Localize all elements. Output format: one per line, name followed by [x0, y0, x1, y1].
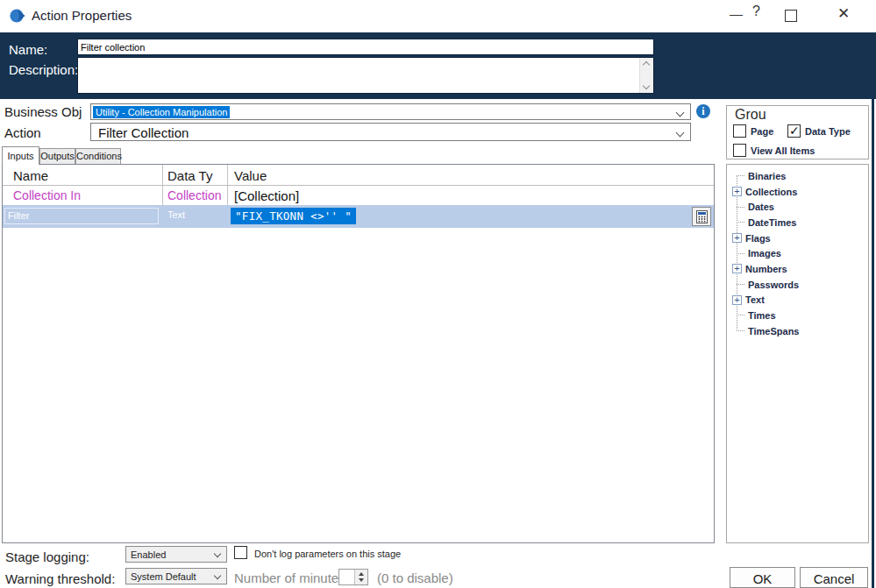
dropdown-chevron-icon[interactable]: [214, 550, 221, 557]
tree-item-label: Images: [748, 248, 781, 259]
dropdown-chevron-icon[interactable]: [676, 109, 685, 117]
group-panel: Grou Page Data Type View All Items: [726, 105, 869, 159]
minutes-spinner[interactable]: [338, 569, 368, 585]
table-row[interactable]: Collection In Collection [Collection]: [3, 186, 714, 205]
tab-outputs[interactable]: Outputs: [39, 148, 75, 165]
stage-logging-dropdown[interactable]: Enabled: [125, 546, 227, 563]
data-item-tree-panel: Binaries Collections Dates DateTimes Fla…: [726, 164, 869, 543]
business-object-dropdown[interactable]: Utility - Collection Manipulation: [90, 103, 691, 120]
disable-hint: (0 to disable): [377, 570, 453, 585]
spin-up-button[interactable]: [359, 572, 364, 576]
action-label: Action: [4, 125, 41, 140]
param-name-input[interactable]: Filter: [4, 208, 159, 224]
name-label: Name:: [9, 42, 47, 57]
tree-item[interactable]: Collections: [727, 184, 868, 200]
stage-logging-label: Stage logging:: [5, 549, 89, 564]
data-item-tree: Binaries Collections Dates DateTimes Fla…: [727, 168, 868, 338]
tree-item[interactable]: Images: [727, 245, 868, 261]
tree-line: [737, 330, 744, 331]
maximize-button[interactable]: [785, 10, 797, 22]
scroll-up-icon[interactable]: [643, 61, 650, 68]
dropdown-chevron-icon[interactable]: [676, 129, 685, 138]
title-bar: Action Properties — ? ✕: [0, 0, 876, 32]
warning-threshold-dropdown[interactable]: System Default: [125, 568, 227, 584]
tree-item-label: Dates: [748, 202, 774, 212]
tree-line: [737, 175, 744, 176]
page-checkbox[interactable]: [733, 124, 746, 138]
expression-editor-button[interactable]: [692, 207, 711, 226]
tree-item[interactable]: Passwords: [727, 277, 868, 293]
data-type-checkbox-label: Data Type: [805, 126, 851, 137]
tree-item[interactable]: DateTimes: [727, 215, 868, 230]
minimize-button[interactable]: —: [730, 6, 743, 21]
param-value-expression[interactable]: "FIX_TKONN <>'' ": [231, 208, 356, 224]
table-row-selected[interactable]: Filter Text "FIX_TKONN <>'' ": [3, 205, 714, 228]
tree-line: [737, 284, 744, 285]
expand-icon[interactable]: [732, 233, 742, 243]
tree-item-label: Numbers: [745, 264, 787, 274]
column-header-datatype: Data Ty: [167, 168, 212, 183]
ok-button[interactable]: OK: [730, 567, 795, 588]
warning-threshold-value: System Default: [131, 571, 196, 582]
calculator-icon: [696, 210, 708, 223]
param-value[interactable]: [Collection]: [234, 188, 299, 203]
description-scrollbar[interactable]: [639, 58, 653, 93]
tree-item[interactable]: TimeSpans: [727, 323, 868, 339]
tree-item-label: Collections: [745, 187, 797, 197]
dont-log-checkbox[interactable]: [234, 546, 247, 559]
tree-line: [737, 315, 744, 315]
action-dropdown[interactable]: Filter Collection: [90, 123, 691, 141]
header-band: Name: Description:: [0, 32, 876, 99]
tab-conditions[interactable]: Conditions: [75, 148, 121, 165]
tree-item-label: TimeSpans: [748, 326, 800, 337]
business-object-value: Utility - Collection Manipulation: [93, 106, 230, 118]
param-datatype: Collection: [167, 188, 221, 202]
column-header-value: Value: [234, 168, 267, 183]
tree-item-label: Times: [748, 310, 776, 321]
spinner-buttons[interactable]: [354, 570, 367, 584]
scroll-down-icon[interactable]: [643, 82, 650, 89]
group-panel-title: Grou: [735, 107, 766, 123]
minutes-label: Number of minutes: [234, 570, 345, 585]
tab-inputs[interactable]: Inputs: [2, 146, 39, 165]
tree-line: [737, 253, 744, 254]
window-title: Action Properties: [32, 8, 132, 23]
description-label: Description:: [9, 62, 78, 77]
param-name: Collection In: [13, 188, 81, 202]
close-button[interactable]: ✕: [837, 4, 850, 23]
window-right-border: [872, 32, 874, 588]
tree-item[interactable]: Dates: [727, 199, 868, 215]
tree-item[interactable]: Numbers: [727, 261, 868, 277]
data-type-checkbox[interactable]: [787, 124, 801, 138]
business-object-label: Business Obj: [4, 104, 82, 119]
tree-line: [737, 207, 744, 208]
view-all-items-checkbox[interactable]: [733, 144, 746, 157]
spin-down-button[interactable]: [359, 578, 364, 582]
view-all-items-checkbox-label: View All Items: [751, 145, 815, 156]
expand-icon[interactable]: [732, 264, 742, 273]
expand-icon[interactable]: [732, 187, 742, 196]
action-value: Filter Collection: [98, 125, 189, 140]
dont-log-label: Don't log parameters on this stage: [254, 549, 401, 559]
name-input[interactable]: [77, 39, 654, 55]
tree-item-label: DateTimes: [748, 217, 796, 228]
cancel-button[interactable]: Cancel: [800, 567, 868, 588]
action-properties-dialog: Action Properties — ? ✕ Name: Descriptio…: [0, 0, 876, 588]
tree-item[interactable]: Binaries: [727, 168, 868, 184]
expand-icon[interactable]: [732, 295, 742, 305]
help-button[interactable]: ?: [752, 4, 760, 19]
tree-item-label: Flags: [745, 233, 771, 244]
dropdown-chevron-icon[interactable]: [214, 572, 221, 579]
tree-item[interactable]: Times: [727, 308, 868, 323]
table-header: Name Data Ty Value: [3, 165, 714, 186]
param-datatype: Text: [167, 209, 185, 220]
tree-item-label: Passwords: [748, 280, 799, 290]
tree-item-label: Binaries: [748, 171, 786, 181]
stage-logging-value: Enabled: [131, 549, 166, 560]
info-icon[interactable]: i: [696, 104, 710, 118]
page-checkbox-label: Page: [751, 126, 773, 137]
tree-item[interactable]: Text: [727, 292, 868, 308]
column-header-name: Name: [13, 168, 48, 183]
description-input[interactable]: [77, 57, 654, 94]
tree-item[interactable]: Flags: [727, 230, 868, 246]
